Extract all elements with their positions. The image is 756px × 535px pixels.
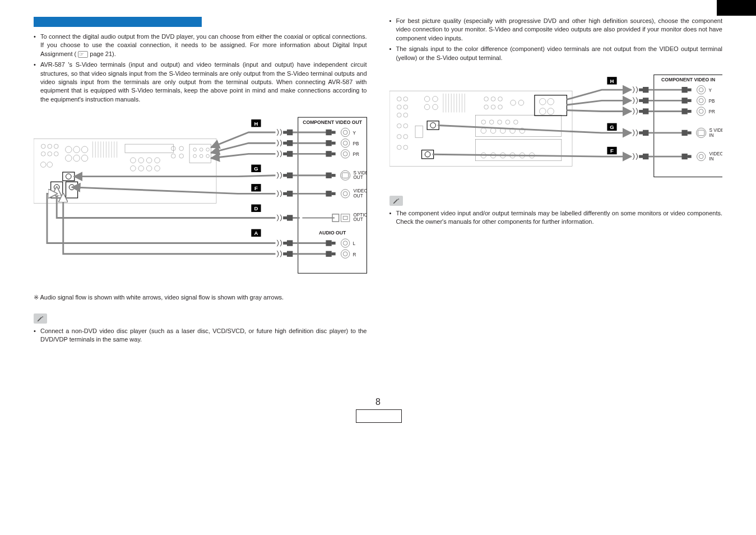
svg-point-35 — [179, 146, 184, 151]
svg-point-105 — [403, 135, 407, 139]
svg-rect-38 — [189, 144, 211, 163]
svg-text:OUT: OUT — [354, 217, 363, 222]
svg-text:OUT: OUT — [354, 176, 363, 181]
svg-point-111 — [424, 104, 430, 110]
diagram-right-svideo-label: S VIDEO — [709, 128, 722, 133]
diagram-left-letter-D: D — [254, 205, 258, 211]
svg-point-152 — [699, 98, 703, 103]
svg-point-17 — [40, 162, 46, 168]
svg-point-31 — [138, 166, 144, 172]
svg-point-22 — [66, 155, 72, 162]
left-tip-text: Connect a non-DVD video disc player (suc… — [40, 328, 367, 343]
diagram-right-letter-F: F — [610, 147, 614, 154]
svg-point-13 — [54, 144, 58, 149]
left-bullet-1: To connect the digital audio output from… — [34, 33, 367, 58]
right-bullet-1-text: For best picture quality (especially wit… — [396, 17, 723, 41]
svg-point-28 — [146, 158, 152, 163]
svg-point-39 — [193, 148, 197, 151]
diagram-left-letter-A: A — [254, 230, 258, 236]
svg-point-107 — [403, 145, 407, 150]
right-bullet-2: The signals input to the color differenc… — [389, 45, 723, 62]
left-bullet-2: AVR-587 's S-Video terminals (input and … — [34, 61, 367, 104]
svg-point-24 — [81, 155, 88, 162]
svg-rect-143 — [534, 95, 567, 116]
svg-point-106 — [397, 145, 401, 150]
svg-rect-25 — [125, 144, 173, 153]
diagram-right-video-label: VIDEO — [709, 151, 722, 156]
note-symbol: ※ — [34, 294, 39, 301]
svg-point-154 — [699, 109, 703, 114]
diagram-left-letter-H: H — [254, 121, 258, 127]
svg-point-58 — [343, 152, 347, 156]
diagram-right-letter-H: H — [610, 78, 614, 84]
svg-point-149 — [697, 85, 705, 94]
svg-point-151 — [697, 96, 705, 105]
diagram-right: COMPONENT VIDEO IN Y PB PR S VIDEO IN VI… — [389, 67, 723, 196]
pencil-icon — [392, 197, 400, 205]
svg-point-14 — [41, 152, 45, 156]
svg-point-32 — [146, 166, 152, 172]
svg-point-112 — [432, 104, 438, 110]
section-heading-bar — [34, 17, 202, 27]
svg-point-55 — [341, 139, 349, 147]
svg-point-12 — [48, 144, 52, 149]
right-bullet-2-text: The signals input to the color differenc… — [396, 45, 723, 61]
svg-point-62 — [341, 190, 349, 198]
svg-rect-146 — [421, 150, 433, 159]
left-bullet-2-text: AVR-587 's S-Video terminals (input and … — [40, 61, 367, 103]
svg-rect-66 — [343, 216, 347, 220]
svg-point-104 — [397, 135, 401, 139]
diagram-left-audio-title: AUDIO OUT — [319, 230, 346, 236]
svg-point-126 — [513, 120, 518, 124]
page-footer: 8 — [356, 396, 401, 423]
svg-point-23 — [73, 155, 80, 162]
left-bullet-1-pageref: page 21). — [90, 50, 115, 57]
tip-icon-left — [34, 313, 47, 324]
svg-point-33 — [155, 166, 160, 172]
svg-point-41 — [206, 148, 210, 151]
svg-point-20 — [73, 146, 80, 153]
svg-point-140 — [547, 98, 554, 105]
svg-point-127 — [481, 128, 486, 133]
svg-point-110 — [432, 96, 438, 102]
svg-point-69 — [343, 241, 347, 246]
svg-rect-60 — [342, 173, 349, 178]
svg-point-54 — [343, 130, 347, 135]
svg-rect-121 — [475, 115, 561, 136]
svg-point-43 — [200, 154, 203, 158]
svg-point-97 — [403, 97, 407, 102]
diagram-left-svg: COMPONENT VIDEO OUT Y PB PR S — [34, 108, 367, 288]
svg-point-120 — [518, 100, 524, 105]
svg-rect-65 — [341, 214, 349, 222]
svg-point-101 — [403, 113, 407, 117]
left-tip-bullet: Connect a non-DVD video disc player (suc… — [34, 327, 367, 344]
svg-point-153 — [697, 107, 705, 116]
svg-point-11 — [41, 144, 45, 149]
diagram-right-svg: COMPONENT VIDEO IN Y PB PR S VIDEO IN VI… — [389, 67, 723, 196]
diagram-left-optical-label: OPTICAL — [354, 213, 367, 218]
diagram-left-pb-label: PB — [353, 141, 359, 146]
svg-point-122 — [481, 120, 485, 124]
svg-point-30 — [131, 166, 136, 172]
page-ref-icon — [78, 51, 88, 58]
svg-point-63 — [343, 192, 347, 196]
svg-point-109 — [424, 96, 430, 102]
svg-point-71 — [343, 252, 347, 256]
diagram-left-video-label: VIDEO — [354, 189, 367, 194]
diagram-left-r-label: R — [353, 252, 356, 257]
svg-point-141 — [539, 108, 546, 115]
diagram-right-component-title: COMPONENT VIDEO IN — [661, 77, 715, 82]
svg-point-128 — [490, 128, 496, 133]
svg-point-68 — [341, 239, 349, 247]
right-tip-bullet: The component video input and/or output … — [389, 209, 723, 227]
svg-point-21 — [81, 146, 88, 153]
note-text: Audio signal flow is shown with white ar… — [40, 294, 284, 301]
svg-point-56 — [343, 141, 347, 145]
left-column: To connect the digital audio output from… — [34, 17, 367, 398]
svg-point-96 — [397, 97, 401, 102]
svg-point-44 — [206, 154, 210, 158]
diagram-left-l-label: L — [353, 242, 356, 247]
svg-point-113 — [484, 97, 488, 102]
svg-point-53 — [341, 128, 349, 136]
page: To connect the digital audio output from… — [0, 0, 756, 535]
